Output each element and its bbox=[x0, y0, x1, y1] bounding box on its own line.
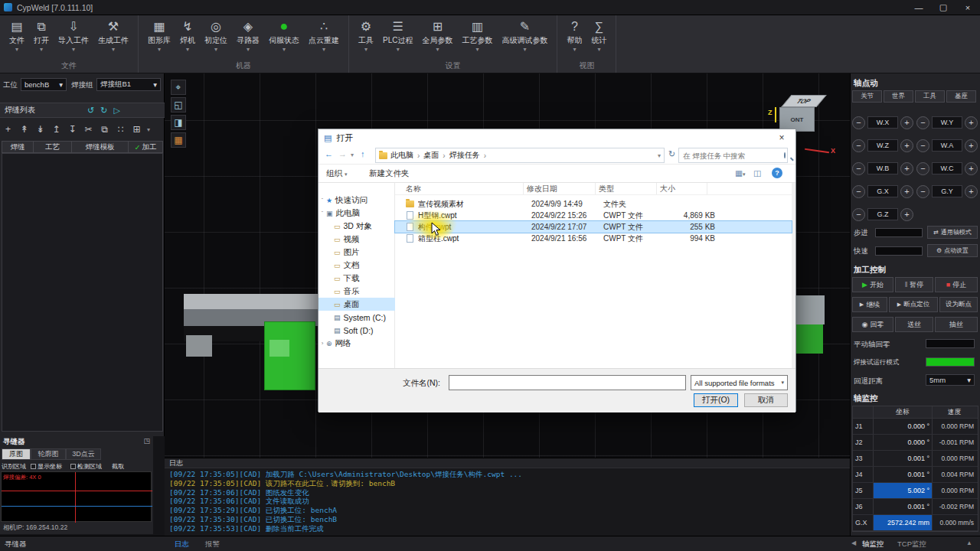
station-select[interactable]: benchB▾ bbox=[21, 78, 67, 91]
jog-minus-button[interactable]: − bbox=[852, 208, 865, 221]
sidebar-item-documents[interactable]: ▭文档 bbox=[318, 259, 395, 272]
column-name[interactable]: 名称 bbox=[395, 183, 524, 194]
viewport-target-icon[interactable]: ⌖ bbox=[171, 80, 186, 95]
minimize-button[interactable]: — bbox=[906, 0, 931, 15]
sidebar-item-quick-access[interactable]: ˇ★快速访问 bbox=[318, 194, 395, 207]
tab-alarm[interactable]: 报警 bbox=[205, 540, 220, 549]
tabs-prev-icon[interactable]: ◀ bbox=[851, 540, 856, 546]
jog-plus-button[interactable]: + bbox=[900, 116, 913, 129]
redo-icon[interactable]: ↻ bbox=[100, 106, 107, 116]
set-breakpoint-button[interactable]: 设为断点 bbox=[939, 297, 978, 312]
column-seam[interactable]: 焊缝 bbox=[2, 141, 34, 153]
refresh-icon[interactable]: ↻ bbox=[668, 149, 675, 159]
capture-button[interactable]: 截取 bbox=[112, 462, 124, 471]
maximize-button[interactable]: ▢ bbox=[931, 0, 956, 15]
option-detection-area[interactable]: 检测区域 bbox=[70, 462, 102, 471]
sidebar-item-pictures[interactable]: ▭图片 bbox=[318, 246, 395, 259]
column-size[interactable]: 大小 bbox=[657, 183, 707, 194]
jog-plus-button[interactable]: + bbox=[900, 139, 913, 152]
start-button[interactable]: ▶开始 bbox=[852, 277, 893, 292]
chevron-down-icon[interactable]: ▾ bbox=[658, 152, 661, 159]
tab-original-image[interactable]: 原图 bbox=[2, 448, 31, 460]
search-box[interactable] bbox=[678, 148, 788, 163]
ribbon-item-graphics-library[interactable]: ▦图形库▾ bbox=[144, 18, 175, 53]
breadcrumb[interactable]: 此电脑 › 桌面 › 焊接任务 › ▾ bbox=[375, 148, 665, 163]
ribbon-item-advanced-debug-params[interactable]: ✎高级调试参数▾ bbox=[498, 18, 551, 53]
search-input[interactable] bbox=[679, 152, 784, 160]
sidebar-item-desktop[interactable]: ▭桌面 bbox=[318, 298, 395, 311]
tab-3d-pointcloud[interactable]: 3D点云 bbox=[66, 448, 101, 460]
column-type[interactable]: 类型 bbox=[596, 183, 657, 194]
weld-group-select[interactable]: 焊接组B1▾ bbox=[96, 78, 161, 91]
column-process[interactable]: 工艺 bbox=[34, 141, 72, 153]
seam-finder-tab[interactable]: 寻缝器 bbox=[5, 540, 27, 549]
translation-home-indicator[interactable] bbox=[926, 339, 975, 348]
open-button[interactable]: 打开(O) bbox=[694, 393, 738, 407]
jog-minus-button[interactable]: − bbox=[852, 116, 865, 129]
resume-button[interactable]: ▶继续 bbox=[852, 297, 887, 312]
column-date-modified[interactable]: 修改日期 bbox=[524, 183, 596, 194]
sidebar-item-soft-d[interactable]: ▤Soft (D:) bbox=[318, 324, 395, 337]
add-icon[interactable]: + bbox=[0, 124, 16, 135]
jog-minus-button[interactable]: − bbox=[916, 116, 929, 129]
file-format-select[interactable]: All supported file formats▾ bbox=[691, 375, 788, 390]
jog-minus-button[interactable]: − bbox=[852, 185, 865, 198]
universal-axis-mode-button[interactable]: ⇄通用轴模式 bbox=[927, 226, 978, 239]
jog-settings-button[interactable]: ⚙点动设置 bbox=[927, 244, 978, 257]
jog-minus-button[interactable]: − bbox=[916, 185, 929, 198]
jog-plus-button[interactable]: + bbox=[900, 185, 913, 198]
cancel-button[interactable]: 取消 bbox=[744, 393, 788, 407]
ribbon-item-pathfinder[interactable]: ◈寻路器▾ bbox=[233, 18, 263, 53]
new-folder-button[interactable]: 新建文件夹 bbox=[369, 168, 410, 179]
option-recognition-area[interactable]: 识别区域 bbox=[2, 462, 26, 471]
step-slider[interactable] bbox=[875, 228, 923, 237]
sidebar-item-3d-objects[interactable]: ▭3D 对象 bbox=[318, 220, 395, 233]
chevron-down-icon[interactable]: ▾ bbox=[145, 126, 152, 133]
tab-contour-image[interactable]: 轮廓图 bbox=[31, 448, 66, 460]
breadcrumb-desktop[interactable]: 桌面 bbox=[423, 150, 439, 161]
weld-table-body[interactable] bbox=[2, 153, 163, 432]
jog-mode-joint[interactable]: 关节 bbox=[852, 90, 882, 103]
jog-minus-button[interactable]: − bbox=[852, 162, 865, 175]
dryrun-toggle[interactable] bbox=[926, 357, 975, 367]
move-down-icon[interactable]: ↧ bbox=[64, 124, 80, 135]
jog-plus-button[interactable]: + bbox=[900, 162, 913, 175]
sidebar-item-downloads[interactable]: ▭下载 bbox=[318, 272, 395, 285]
breadcrumb-weld-tasks[interactable]: 焊接任务 bbox=[449, 150, 480, 161]
viewport-cube1-icon[interactable]: ◱ bbox=[171, 97, 186, 112]
jog-plus-button[interactable]: + bbox=[900, 208, 913, 221]
fast-slider[interactable] bbox=[875, 246, 923, 256]
sidebar-item-this-pc[interactable]: ˇ▣此电脑 bbox=[318, 207, 395, 220]
preview-pane-icon[interactable]: ◫ bbox=[753, 168, 761, 178]
ribbon-item-generate-workpiece[interactable]: ⚒生成工件▾ bbox=[94, 18, 132, 53]
forward-icon[interactable]: → bbox=[338, 149, 347, 158]
filename-input[interactable] bbox=[449, 375, 686, 390]
view-cube-top-face[interactable]: TOP bbox=[781, 95, 826, 107]
ribbon-item-process-params[interactable]: ▥工艺参数▾ bbox=[458, 18, 496, 53]
jog-plus-button[interactable]: + bbox=[965, 162, 978, 175]
sidebar-item-videos[interactable]: ▭视频 bbox=[318, 233, 395, 246]
file-row-folder[interactable]: 宣传视频素材 2024/9/9 14:49 文件夹 bbox=[395, 198, 792, 210]
ribbon-item-help[interactable]: ?帮助▾ bbox=[563, 18, 586, 53]
ribbon-item-pointcloud-rebuild[interactable]: ∴点云重建▾ bbox=[305, 18, 343, 53]
ribbon-item-welder[interactable]: ↯焊机▾ bbox=[176, 18, 199, 53]
home-button[interactable]: ◉回零 bbox=[852, 317, 893, 332]
column-machining[interactable]: ✓加工 bbox=[129, 141, 163, 153]
close-button[interactable]: × bbox=[956, 0, 980, 15]
stop-button[interactable]: ■停止 bbox=[935, 277, 978, 292]
jog-plus-button[interactable]: + bbox=[965, 116, 978, 129]
ribbon-item-global-params[interactable]: ⊞全局参数▾ bbox=[418, 18, 456, 53]
jog-minus-button[interactable]: − bbox=[916, 139, 929, 152]
tab-axis-monitor[interactable]: 轴监控 bbox=[862, 540, 884, 549]
ribbon-item-statistics[interactable]: ∑统计▾ bbox=[587, 18, 610, 53]
jog-mode-world[interactable]: 世界 bbox=[884, 90, 913, 103]
jog-plus-button[interactable]: + bbox=[965, 139, 978, 152]
ribbon-item-import-workpiece[interactable]: ⇩导入工件▾ bbox=[54, 18, 93, 53]
sidebar-item-music[interactable]: ▭音乐 bbox=[318, 285, 395, 298]
jog-plus-button[interactable]: + bbox=[965, 185, 978, 198]
column-template[interactable]: 焊缝模板 bbox=[72, 141, 129, 153]
jog-minus-button[interactable]: − bbox=[916, 162, 929, 175]
tab-log[interactable]: 日志 bbox=[175, 540, 189, 549]
grid-icon[interactable]: ⊞ bbox=[129, 124, 145, 135]
up-icon[interactable]: ↑ bbox=[361, 149, 365, 158]
